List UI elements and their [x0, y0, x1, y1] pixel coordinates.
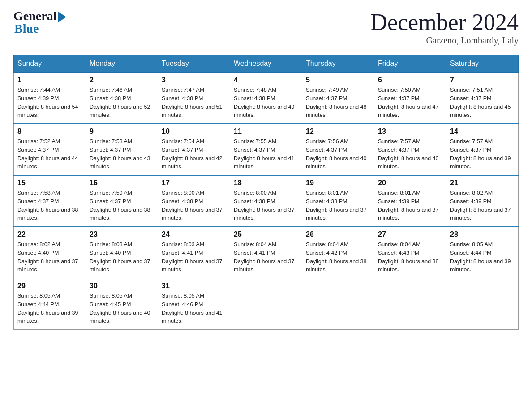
day-number: 30 [90, 282, 154, 290]
calendar-cell: 27 Sunrise: 8:04 AMSunset: 4:43 PMDaylig… [374, 227, 446, 278]
column-header-sunday: Sunday [14, 55, 86, 73]
day-number: 16 [90, 179, 154, 187]
calendar-week-row: 15 Sunrise: 7:58 AMSunset: 4:37 PMDaylig… [14, 175, 519, 227]
calendar-week-row: 1 Sunrise: 7:44 AMSunset: 4:39 PMDayligh… [14, 73, 519, 124]
day-info: Sunrise: 8:04 AMSunset: 4:43 PMDaylight:… [378, 240, 442, 274]
calendar-cell: 23 Sunrise: 8:03 AMSunset: 4:40 PMDaylig… [86, 227, 158, 278]
day-info: Sunrise: 8:00 AMSunset: 4:38 PMDaylight:… [234, 189, 298, 223]
column-header-monday: Monday [86, 55, 158, 73]
day-number: 8 [17, 128, 82, 136]
day-number: 2 [90, 76, 154, 84]
calendar-cell: 30 Sunrise: 8:05 AMSunset: 4:45 PMDaylig… [86, 278, 158, 330]
day-info: Sunrise: 7:59 AMSunset: 4:37 PMDaylight:… [90, 189, 154, 223]
day-info: Sunrise: 7:52 AMSunset: 4:37 PMDaylight:… [17, 137, 82, 171]
calendar-cell: 18 Sunrise: 8:00 AMSunset: 4:38 PMDaylig… [230, 175, 302, 227]
calendar-cell: 5 Sunrise: 7:49 AMSunset: 4:37 PMDayligh… [302, 73, 374, 124]
day-number: 1 [17, 76, 82, 84]
day-number: 15 [17, 179, 82, 187]
logo-arrow-icon [58, 12, 66, 22]
day-number: 18 [234, 179, 298, 187]
calendar-cell: 16 Sunrise: 7:59 AMSunset: 4:37 PMDaylig… [86, 175, 158, 227]
calendar-cell [374, 278, 446, 330]
day-info: Sunrise: 7:50 AMSunset: 4:37 PMDaylight:… [378, 86, 442, 120]
day-info: Sunrise: 8:04 AMSunset: 4:41 PMDaylight:… [234, 240, 298, 274]
title-section: December 2024 Garzeno, Lombardy, Italy [370, 9, 519, 46]
day-number: 7 [450, 76, 515, 84]
calendar-cell [230, 278, 302, 330]
day-number: 27 [378, 231, 442, 239]
day-info: Sunrise: 8:03 AMSunset: 4:40 PMDaylight:… [90, 240, 154, 274]
day-number: 26 [306, 231, 370, 239]
day-info: Sunrise: 7:49 AMSunset: 4:37 PMDaylight:… [306, 86, 370, 120]
calendar-cell: 2 Sunrise: 7:46 AMSunset: 4:38 PMDayligh… [86, 73, 158, 124]
calendar-cell: 13 Sunrise: 7:57 AMSunset: 4:37 PMDaylig… [374, 124, 446, 175]
day-number: 4 [234, 76, 298, 84]
location-label: Garzeno, Lombardy, Italy [370, 35, 519, 46]
calendar-header-row: SundayMondayTuesdayWednesdayThursdayFrid… [14, 55, 519, 73]
column-header-tuesday: Tuesday [158, 55, 230, 73]
day-number: 14 [450, 128, 515, 136]
calendar-cell: 7 Sunrise: 7:51 AMSunset: 4:37 PMDayligh… [446, 73, 519, 124]
calendar-cell: 21 Sunrise: 8:02 AMSunset: 4:39 PMDaylig… [446, 175, 519, 227]
day-info: Sunrise: 7:56 AMSunset: 4:37 PMDaylight:… [306, 137, 370, 171]
calendar-cell: 1 Sunrise: 7:44 AMSunset: 4:39 PMDayligh… [14, 73, 86, 124]
day-number: 9 [90, 128, 154, 136]
calendar-cell: 28 Sunrise: 8:05 AMSunset: 4:44 PMDaylig… [446, 227, 519, 278]
day-number: 10 [162, 128, 226, 136]
calendar-cell: 15 Sunrise: 7:58 AMSunset: 4:37 PMDaylig… [14, 175, 86, 227]
day-info: Sunrise: 8:05 AMSunset: 4:44 PMDaylight:… [17, 292, 82, 325]
day-number: 29 [17, 282, 82, 290]
calendar-cell: 29 Sunrise: 8:05 AMSunset: 4:44 PMDaylig… [14, 278, 86, 330]
calendar-week-row: 22 Sunrise: 8:02 AMSunset: 4:40 PMDaylig… [14, 227, 519, 278]
day-number: 31 [162, 282, 226, 290]
calendar-cell: 3 Sunrise: 7:47 AMSunset: 4:38 PMDayligh… [158, 73, 230, 124]
calendar-cell: 22 Sunrise: 8:02 AMSunset: 4:40 PMDaylig… [14, 227, 86, 278]
calendar-cell: 8 Sunrise: 7:52 AMSunset: 4:37 PMDayligh… [14, 124, 86, 175]
day-info: Sunrise: 7:51 AMSunset: 4:37 PMDaylight:… [450, 86, 515, 120]
calendar-cell: 17 Sunrise: 8:00 AMSunset: 4:38 PMDaylig… [158, 175, 230, 227]
calendar-table: SundayMondayTuesdayWednesdayThursdayFrid… [13, 55, 519, 330]
day-info: Sunrise: 7:46 AMSunset: 4:38 PMDaylight:… [90, 86, 154, 120]
day-number: 23 [90, 231, 154, 239]
day-info: Sunrise: 8:05 AMSunset: 4:45 PMDaylight:… [90, 292, 154, 325]
day-number: 12 [306, 128, 370, 136]
calendar-cell: 14 Sunrise: 7:57 AMSunset: 4:37 PMDaylig… [446, 124, 519, 175]
day-info: Sunrise: 7:57 AMSunset: 4:37 PMDaylight:… [378, 137, 442, 171]
day-info: Sunrise: 7:57 AMSunset: 4:37 PMDaylight:… [450, 137, 515, 171]
day-number: 28 [450, 231, 515, 239]
calendar-cell: 10 Sunrise: 7:54 AMSunset: 4:37 PMDaylig… [158, 124, 230, 175]
day-number: 22 [17, 231, 82, 239]
day-number: 25 [234, 231, 298, 239]
day-number: 24 [162, 231, 226, 239]
day-info: Sunrise: 8:03 AMSunset: 4:41 PMDaylight:… [162, 240, 226, 274]
logo: General Blue [13, 9, 66, 36]
day-info: Sunrise: 7:48 AMSunset: 4:38 PMDaylight:… [234, 86, 298, 120]
day-info: Sunrise: 7:55 AMSunset: 4:37 PMDaylight:… [234, 137, 298, 171]
calendar-cell: 12 Sunrise: 7:56 AMSunset: 4:37 PMDaylig… [302, 124, 374, 175]
day-info: Sunrise: 7:44 AMSunset: 4:39 PMDaylight:… [17, 86, 82, 120]
calendar-cell: 4 Sunrise: 7:48 AMSunset: 4:38 PMDayligh… [230, 73, 302, 124]
column-header-friday: Friday [374, 55, 446, 73]
column-header-wednesday: Wednesday [230, 55, 302, 73]
day-number: 17 [162, 179, 226, 187]
calendar-week-row: 8 Sunrise: 7:52 AMSunset: 4:37 PMDayligh… [14, 124, 519, 175]
day-number: 3 [162, 76, 226, 84]
column-header-saturday: Saturday [446, 55, 519, 73]
day-info: Sunrise: 8:00 AMSunset: 4:38 PMDaylight:… [162, 189, 226, 223]
calendar-cell [446, 278, 519, 330]
day-info: Sunrise: 7:47 AMSunset: 4:38 PMDaylight:… [162, 86, 226, 120]
day-info: Sunrise: 8:01 AMSunset: 4:38 PMDaylight:… [306, 189, 370, 223]
calendar-cell: 25 Sunrise: 8:04 AMSunset: 4:41 PMDaylig… [230, 227, 302, 278]
calendar-cell: 6 Sunrise: 7:50 AMSunset: 4:37 PMDayligh… [374, 73, 446, 124]
day-info: Sunrise: 8:02 AMSunset: 4:39 PMDaylight:… [450, 189, 515, 223]
day-number: 6 [378, 76, 442, 84]
day-info: Sunrise: 8:05 AMSunset: 4:46 PMDaylight:… [162, 292, 226, 325]
day-number: 19 [306, 179, 370, 187]
column-header-thursday: Thursday [302, 55, 374, 73]
day-info: Sunrise: 8:02 AMSunset: 4:40 PMDaylight:… [17, 240, 82, 274]
calendar-cell: 20 Sunrise: 8:01 AMSunset: 4:39 PMDaylig… [374, 175, 446, 227]
month-title: December 2024 [370, 9, 519, 35]
calendar-week-row: 29 Sunrise: 8:05 AMSunset: 4:44 PMDaylig… [14, 278, 519, 330]
day-info: Sunrise: 7:58 AMSunset: 4:37 PMDaylight:… [17, 189, 82, 223]
day-info: Sunrise: 8:04 AMSunset: 4:42 PMDaylight:… [306, 240, 370, 274]
